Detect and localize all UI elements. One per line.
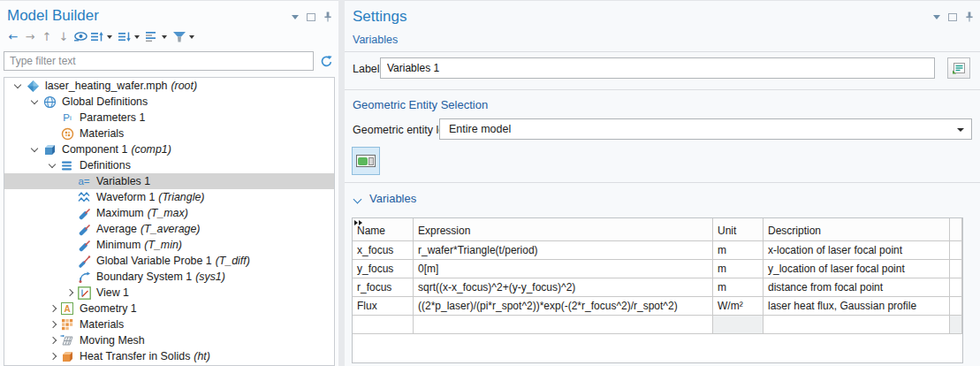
tree-item-root[interactable]: laser_heating_wafer.mph(root) [4,78,334,94]
expand-menu-caret-icon[interactable] [134,35,140,39]
chevron-right-icon[interactable] [46,350,60,362]
tree-item-global-variable-probe-1[interactable]: Global Variable Probe 1(T_diff) [4,253,334,269]
tree-item-moving-mesh[interactable]: Moving Mesh [4,332,334,348]
back-arrow-icon[interactable]: ← [5,28,21,46]
column-header-name[interactable]: Name [353,218,414,241]
refresh-icon[interactable] [320,55,333,68]
entity-level-select[interactable]: Entire model [439,118,972,140]
filter-icon[interactable] [171,28,187,46]
probe-icon [77,206,91,220]
chevron-down-icon[interactable] [46,159,60,172]
tree-item-parameters-1[interactable]: Pi Parameters 1 [4,110,334,126]
boundary-system-icon [77,270,91,284]
tree-item-materials-global[interactable]: Materials [4,126,334,141]
cell-extra [950,278,962,297]
collapse-menu-caret-icon[interactable] [107,35,112,39]
cell-expression[interactable] [414,316,713,334]
label-field-caption: Label: [353,63,383,75]
section-collapse-chevron-icon[interactable] [353,195,362,204]
tree-item-minimum[interactable]: Minimum(T_min) [4,237,334,253]
model-root-icon [26,79,40,93]
cell-name[interactable] [353,316,414,334]
tree-item-definitions[interactable]: Definitions [4,157,334,173]
model-builder-panel: Model Builder ← → ↑ ↓ [0,0,338,366]
float-window-icon[interactable] [307,13,315,21]
variables-section-header[interactable]: Variables [369,192,416,205]
divider [345,51,980,52]
column-header-unit[interactable]: Unit [713,218,763,241]
view-icon [77,286,91,300]
cell-description[interactable] [763,316,950,334]
variables-icon: a= [77,174,91,188]
waveform-icon [77,190,91,204]
cell-expression[interactable]: sqrt((x-x_focus)^2+(y-y_focus)^2) [414,278,713,297]
cell-expression[interactable]: r_wafer*Triangle(t/period) [414,241,713,260]
probe-icon [77,238,91,252]
tree-item-global-definitions[interactable]: Global Definitions [4,94,334,110]
definitions-icon [60,158,74,172]
label-input[interactable] [380,57,935,79]
node-text-icon[interactable] [144,28,160,46]
panel-menu-caret-icon[interactable] [933,15,940,19]
filter-menu-caret-icon[interactable] [189,35,194,39]
forward-arrow-icon[interactable]: → [22,28,38,46]
column-header-extra [950,218,962,241]
cell-unit: m [713,278,763,297]
chevron-right-icon[interactable] [46,302,60,315]
cell-name[interactable]: y_focus [353,260,414,278]
cell-name[interactable]: x_focus [353,241,414,260]
node-text-menu-caret-icon[interactable] [162,35,167,39]
column-header-description[interactable]: Description [763,218,950,241]
chevron-down-icon[interactable] [11,80,26,92]
geometric-entity-selection-header[interactable]: Geometric Entity Selection [353,98,488,111]
float-window-icon[interactable] [948,13,957,21]
tree-item-view-1[interactable]: View 1 [4,285,334,301]
chevron-right-icon[interactable] [46,318,60,331]
cell-description[interactable]: laser heat flux, Gaussian profile [763,297,950,316]
cell-description[interactable]: x-location of laser focal point [763,241,950,260]
active-selection-toggle-button[interactable] [352,147,380,175]
column-header-expression[interactable]: Expression [414,218,713,241]
chevron-down-icon[interactable] [28,95,42,108]
tree-item-heat-transfer-in-solids[interactable]: Heat Transfer in Solids(ht) [4,348,334,364]
tree-item-average[interactable]: Average(T_average) [4,221,334,237]
moving-mesh-icon [60,333,74,347]
cell-expression[interactable]: 0[m] [414,260,713,278]
parameters-icon: Pi [60,111,74,125]
tree-item-materials[interactable]: Materials [4,316,334,332]
panel-menu-caret-icon[interactable] [292,15,299,19]
model-builder-title: Model Builder [7,7,331,25]
pin-icon[interactable] [965,11,974,22]
cell-description[interactable]: y_location of laser focal point [763,260,950,278]
chevron-right-icon[interactable] [63,286,77,299]
pin-icon[interactable] [323,11,332,22]
settings-subtitle: Variables [353,34,398,46]
collapse-all-icon[interactable] [89,28,105,46]
chevron-down-icon[interactable] [28,143,42,156]
tree-item-geometry-1[interactable]: A Geometry 1 [4,301,334,316]
move-down-icon[interactable]: ↓ [56,28,72,46]
tree-item-component-1[interactable]: Component 1(comp1) [4,141,334,157]
materials-folder-icon [60,126,74,141]
show-eye-icon[interactable] [72,28,88,46]
cell-extra [950,260,962,278]
cell-expression[interactable]: ((2*p_laser)/(pi*r_spot^2))*exp(-(2*r_fo… [414,297,713,316]
tree-item-boundary-system-1[interactable]: Boundary System 1(sys1) [4,269,334,285]
cell-name[interactable]: Flux [353,297,414,316]
cell-description[interactable]: distance from focal point [763,278,950,297]
cell-name[interactable]: r_focus [353,278,414,297]
divider [345,89,980,90]
cell-unit: W/m² [713,297,763,316]
select-caret-icon [957,128,964,132]
tree-item-maximum[interactable]: Maximum(T_max) [4,205,334,221]
global-probe-icon [77,254,91,268]
probe-icon [77,222,91,236]
tree-item-waveform-1[interactable]: Waveform 1(Triangle) [4,189,334,205]
expand-all-icon[interactable] [117,28,133,46]
move-up-icon[interactable]: ↑ [39,28,55,46]
chevron-right-icon[interactable] [46,334,60,347]
show-in-new-window-button[interactable] [947,57,970,79]
globe-icon [42,95,57,109]
tree-item-variables-1[interactable]: a= Variables 1 [4,173,334,189]
filter-input[interactable] [4,51,314,71]
